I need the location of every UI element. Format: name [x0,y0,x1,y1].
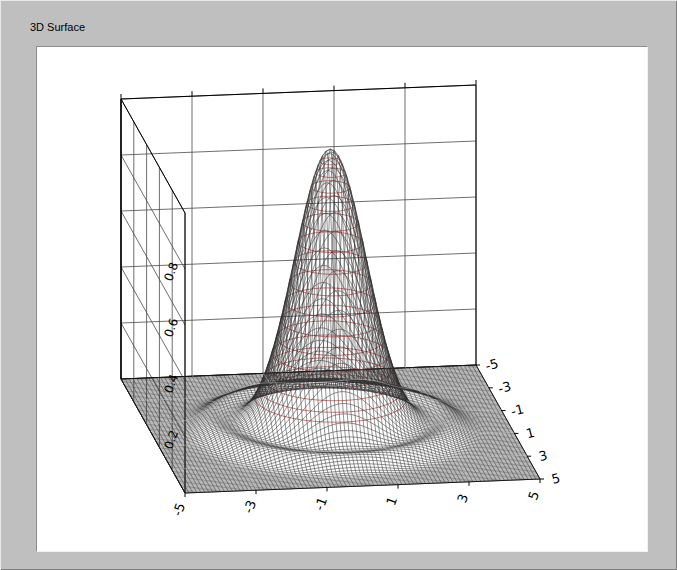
y-axis-tick-label: 5 [550,470,562,487]
y-axis-tick-label: 1 [524,425,536,442]
surface-plot-canvas[interactable]: -5-3-1135-5-3-11350.20.40.60.8 [37,47,647,551]
y-axis-tick-label: 3 [537,448,549,465]
y-axis-tick-label: -3 [496,379,512,397]
x-axis-tick-label: -1 [312,495,331,512]
x-axis-tick-label: 3 [454,492,471,505]
x-axis-tick-label: -3 [241,498,260,515]
x-axis-tick-label: -5 [170,501,189,518]
window-title: 3D Surface [30,21,85,33]
y-axis-tick-label: -5 [484,356,500,374]
y-axis-tick-label: -1 [509,401,525,419]
x-axis-tick-label: 5 [525,489,542,502]
x-axis-tick-label: 1 [383,495,400,508]
window: 3D Surface -5-3-1135-5-3-11350.20.40.60.… [0,0,677,570]
plot-panel: -5-3-1135-5-3-11350.20.40.60.8 [36,46,648,552]
